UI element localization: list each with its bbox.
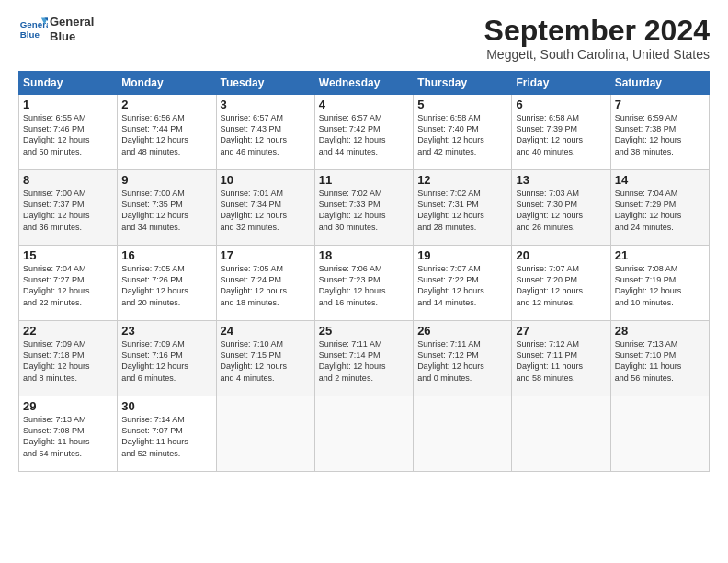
calendar-cell-27: 27Sunrise: 7:12 AM Sunset: 7:11 PM Dayli… (512, 321, 610, 396)
day-info: Sunrise: 7:09 AM Sunset: 7:16 PM Dayligh… (121, 339, 211, 384)
day-info: Sunrise: 7:07 AM Sunset: 7:22 PM Dayligh… (417, 263, 507, 308)
day-number: 6 (516, 98, 606, 111)
day-number: 20 (516, 248, 606, 262)
calendar-cell-28: 28Sunrise: 7:13 AM Sunset: 7:10 PM Dayli… (610, 321, 709, 396)
day-number: 10 (221, 173, 311, 187)
calendar-cell-18: 18Sunrise: 7:06 AM Sunset: 7:23 PM Dayli… (314, 246, 413, 321)
month-title: September 2024 (484, 15, 710, 47)
calendar-cell-34 (512, 396, 610, 472)
calendar-header-row: Sunday Monday Tuesday Wednesday Thursday… (19, 72, 710, 95)
calendar-cell-24: 24Sunrise: 7:10 AM Sunset: 7:15 PM Dayli… (216, 321, 314, 396)
day-info: Sunrise: 7:01 AM Sunset: 7:34 PM Dayligh… (221, 188, 311, 233)
calendar-cell-16: 16Sunrise: 7:05 AM Sunset: 7:26 PM Dayli… (118, 246, 216, 321)
day-number: 23 (121, 324, 211, 338)
day-number: 4 (319, 98, 409, 111)
day-info: Sunrise: 7:13 AM Sunset: 7:08 PM Dayligh… (23, 414, 113, 459)
calendar-cell-14: 14Sunrise: 7:04 AM Sunset: 7:29 PM Dayli… (610, 170, 709, 246)
day-info: Sunrise: 7:09 AM Sunset: 7:18 PM Dayligh… (23, 339, 113, 384)
logo-text-line1: General (50, 15, 94, 29)
location: Meggett, South Carolina, United States (484, 47, 710, 62)
day-info: Sunrise: 7:02 AM Sunset: 7:31 PM Dayligh… (417, 188, 507, 233)
day-info: Sunrise: 7:02 AM Sunset: 7:33 PM Dayligh… (319, 188, 409, 233)
day-info: Sunrise: 6:58 AM Sunset: 7:39 PM Dayligh… (516, 112, 606, 157)
calendar-cell-9: 9Sunrise: 7:00 AM Sunset: 7:35 PM Daylig… (118, 170, 216, 246)
calendar-cell-3: 3Sunrise: 6:57 AM Sunset: 7:43 PM Daylig… (216, 95, 314, 170)
day-number: 5 (417, 98, 507, 111)
day-info: Sunrise: 7:05 AM Sunset: 7:24 PM Dayligh… (221, 263, 311, 308)
header-friday: Friday (512, 72, 610, 95)
calendar-week-5: 29Sunrise: 7:13 AM Sunset: 7:08 PM Dayli… (19, 396, 710, 472)
calendar-cell-29: 29Sunrise: 7:13 AM Sunset: 7:08 PM Dayli… (19, 396, 118, 472)
calendar-cell-26: 26Sunrise: 7:11 AM Sunset: 7:12 PM Dayli… (414, 321, 512, 396)
calendar-cell-5: 5Sunrise: 6:58 AM Sunset: 7:40 PM Daylig… (414, 95, 512, 170)
calendar-cell-25: 25Sunrise: 7:11 AM Sunset: 7:14 PM Dayli… (314, 321, 413, 396)
day-info: Sunrise: 7:11 AM Sunset: 7:14 PM Dayligh… (319, 339, 409, 384)
header-sunday: Sunday (19, 72, 118, 95)
calendar-week-4: 22Sunrise: 7:09 AM Sunset: 7:18 PM Dayli… (19, 321, 710, 396)
calendar-cell-17: 17Sunrise: 7:05 AM Sunset: 7:24 PM Dayli… (216, 246, 314, 321)
calendar-cell-13: 13Sunrise: 7:03 AM Sunset: 7:30 PM Dayli… (512, 170, 610, 246)
day-info: Sunrise: 7:11 AM Sunset: 7:12 PM Dayligh… (417, 339, 507, 384)
day-info: Sunrise: 7:00 AM Sunset: 7:35 PM Dayligh… (121, 188, 211, 233)
day-info: Sunrise: 7:14 AM Sunset: 7:07 PM Dayligh… (121, 414, 211, 459)
calendar-cell-20: 20Sunrise: 7:07 AM Sunset: 7:20 PM Dayli… (512, 246, 610, 321)
logo: General Blue General Blue (18, 15, 94, 44)
day-number: 28 (615, 324, 705, 338)
header-tuesday: Tuesday (216, 72, 314, 95)
day-number: 3 (221, 98, 311, 111)
day-number: 11 (319, 173, 409, 187)
day-number: 2 (121, 98, 211, 111)
day-number: 22 (23, 324, 113, 338)
day-info: Sunrise: 7:06 AM Sunset: 7:23 PM Dayligh… (319, 263, 409, 308)
header-monday: Monday (118, 72, 216, 95)
calendar-cell-31 (216, 396, 314, 472)
day-info: Sunrise: 6:58 AM Sunset: 7:40 PM Dayligh… (417, 112, 507, 157)
day-number: 25 (319, 324, 409, 338)
day-number: 9 (121, 173, 211, 187)
day-info: Sunrise: 6:56 AM Sunset: 7:44 PM Dayligh… (121, 112, 211, 157)
day-number: 7 (615, 98, 705, 111)
calendar-cell-1: 1Sunrise: 6:55 AM Sunset: 7:46 PM Daylig… (19, 95, 118, 170)
day-number: 1 (23, 98, 113, 111)
day-info: Sunrise: 7:03 AM Sunset: 7:30 PM Dayligh… (516, 188, 606, 233)
calendar-table: Sunday Monday Tuesday Wednesday Thursday… (18, 71, 710, 472)
calendar-cell-15: 15Sunrise: 7:04 AM Sunset: 7:27 PM Dayli… (19, 246, 118, 321)
header: General Blue General Blue September 2024… (18, 15, 710, 62)
day-info: Sunrise: 7:13 AM Sunset: 7:10 PM Dayligh… (615, 339, 705, 384)
calendar-cell-30: 30Sunrise: 7:14 AM Sunset: 7:07 PM Dayli… (118, 396, 216, 472)
calendar-cell-6: 6Sunrise: 6:58 AM Sunset: 7:39 PM Daylig… (512, 95, 610, 170)
calendar-cell-7: 7Sunrise: 6:59 AM Sunset: 7:38 PM Daylig… (610, 95, 709, 170)
day-info: Sunrise: 7:04 AM Sunset: 7:29 PM Dayligh… (615, 188, 705, 233)
logo-icon: General Blue (18, 15, 48, 44)
day-number: 12 (417, 173, 507, 187)
calendar-cell-32 (314, 396, 413, 472)
header-thursday: Thursday (414, 72, 512, 95)
day-info: Sunrise: 6:57 AM Sunset: 7:42 PM Dayligh… (319, 112, 409, 157)
day-info: Sunrise: 6:57 AM Sunset: 7:43 PM Dayligh… (221, 112, 311, 157)
calendar-cell-33 (414, 396, 512, 472)
day-number: 24 (221, 324, 311, 338)
calendar-cell-12: 12Sunrise: 7:02 AM Sunset: 7:31 PM Dayli… (414, 170, 512, 246)
calendar-cell-23: 23Sunrise: 7:09 AM Sunset: 7:16 PM Dayli… (118, 321, 216, 396)
svg-text:Blue: Blue (20, 29, 40, 40)
calendar-week-2: 8Sunrise: 7:00 AM Sunset: 7:37 PM Daylig… (19, 170, 710, 246)
day-number: 19 (417, 248, 507, 262)
header-wednesday: Wednesday (314, 72, 413, 95)
day-number: 14 (615, 173, 705, 187)
day-number: 17 (221, 248, 311, 262)
calendar-cell-35 (610, 396, 709, 472)
day-info: Sunrise: 6:59 AM Sunset: 7:38 PM Dayligh… (615, 112, 705, 157)
day-info: Sunrise: 7:07 AM Sunset: 7:20 PM Dayligh… (516, 263, 606, 308)
calendar-cell-2: 2Sunrise: 6:56 AM Sunset: 7:44 PM Daylig… (118, 95, 216, 170)
day-number: 29 (23, 399, 113, 413)
header-saturday: Saturday (610, 72, 709, 95)
day-number: 15 (23, 248, 113, 262)
day-info: Sunrise: 7:08 AM Sunset: 7:19 PM Dayligh… (615, 263, 705, 308)
page: General Blue General Blue September 2024… (0, 0, 728, 481)
day-info: Sunrise: 7:00 AM Sunset: 7:37 PM Dayligh… (23, 188, 113, 233)
day-number: 8 (23, 173, 113, 187)
day-info: Sunrise: 7:12 AM Sunset: 7:11 PM Dayligh… (516, 339, 606, 384)
calendar-cell-10: 10Sunrise: 7:01 AM Sunset: 7:34 PM Dayli… (216, 170, 314, 246)
day-info: Sunrise: 7:10 AM Sunset: 7:15 PM Dayligh… (221, 339, 311, 384)
calendar-cell-21: 21Sunrise: 7:08 AM Sunset: 7:19 PM Dayli… (610, 246, 709, 321)
